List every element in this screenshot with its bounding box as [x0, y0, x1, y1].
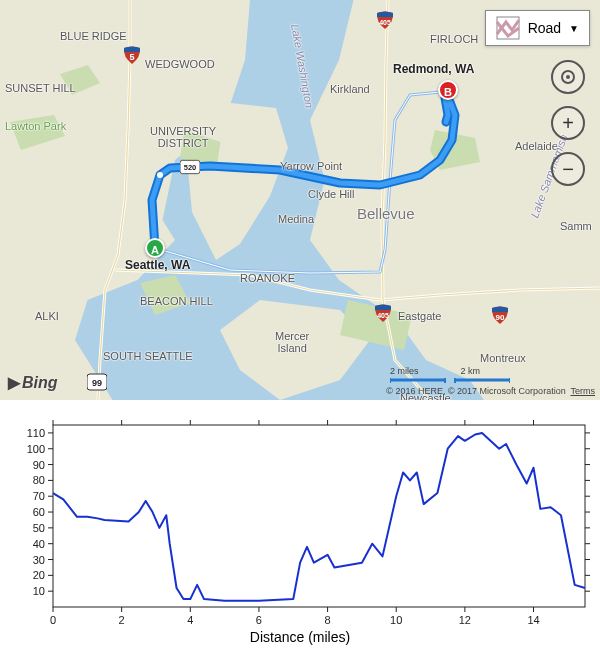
svg-text:520: 520	[184, 163, 197, 172]
route-main	[0, 0, 600, 400]
svg-text:10: 10	[33, 585, 45, 597]
svg-text:14: 14	[527, 614, 539, 626]
svg-text:4: 4	[187, 614, 193, 626]
waypoint-a[interactable]: A	[145, 238, 165, 258]
svg-text:110: 110	[27, 427, 45, 439]
terms-link[interactable]: Terms	[571, 386, 596, 396]
svg-text:100: 100	[27, 443, 45, 455]
waypoint-b-label: Redmond, WA	[393, 62, 474, 76]
svg-text:60: 60	[33, 506, 45, 518]
svg-text:40: 40	[33, 538, 45, 550]
waypoint-a-label: Seattle, WA	[125, 258, 190, 272]
attribution: © 2016 HERE, © 2017 Microsoft Corporatio…	[386, 386, 595, 396]
svg-text:50: 50	[33, 522, 45, 534]
map-canvas[interactable]: BLUE RIDGE WEDGWOOD SUNSET HILL Lawton P…	[0, 0, 600, 400]
svg-text:99: 99	[92, 378, 102, 388]
waypoint-b[interactable]: B	[438, 80, 458, 100]
svg-text:2: 2	[119, 614, 125, 626]
shield-state: 99	[87, 372, 107, 392]
svg-rect-16	[53, 425, 585, 607]
map-type-icon	[496, 16, 520, 40]
svg-text:80: 80	[33, 474, 45, 486]
svg-point-0	[157, 172, 163, 178]
scale-bar: 2 miles2 km	[390, 366, 480, 376]
svg-text:0: 0	[50, 614, 56, 626]
map-type-label: Road	[528, 20, 561, 36]
shield-interstate: 405	[373, 303, 393, 323]
elevation-chart: 10203040506070809010011002468101214 Elev…	[5, 415, 595, 645]
shield-interstate: 5	[122, 45, 142, 65]
svg-text:5: 5	[129, 52, 134, 62]
chevron-down-icon: ▼	[569, 23, 579, 34]
svg-text:20: 20	[33, 569, 45, 581]
locate-button[interactable]	[551, 60, 585, 94]
svg-text:6: 6	[256, 614, 262, 626]
svg-text:70: 70	[33, 490, 45, 502]
waypoint-label: A	[151, 244, 159, 256]
shield-interstate: 405	[375, 10, 395, 30]
svg-text:405: 405	[379, 19, 391, 26]
svg-text:12: 12	[459, 614, 471, 626]
svg-text:405: 405	[377, 312, 389, 319]
svg-text:30: 30	[33, 554, 45, 566]
svg-text:10: 10	[390, 614, 402, 626]
waypoint-label: B	[444, 86, 452, 98]
bing-logo: ▶Bing	[8, 373, 58, 392]
shield-state: 520	[180, 157, 200, 177]
svg-text:90: 90	[496, 313, 505, 322]
shield-interstate: 90	[490, 305, 510, 325]
map-type-selector[interactable]: Road ▼	[485, 10, 590, 46]
zoom-in-button[interactable]: +	[551, 106, 585, 140]
chart-x-axis-label: Distance (miles)	[250, 629, 350, 645]
svg-text:8: 8	[325, 614, 331, 626]
zoom-out-button[interactable]: −	[551, 152, 585, 186]
svg-text:90: 90	[33, 459, 45, 471]
